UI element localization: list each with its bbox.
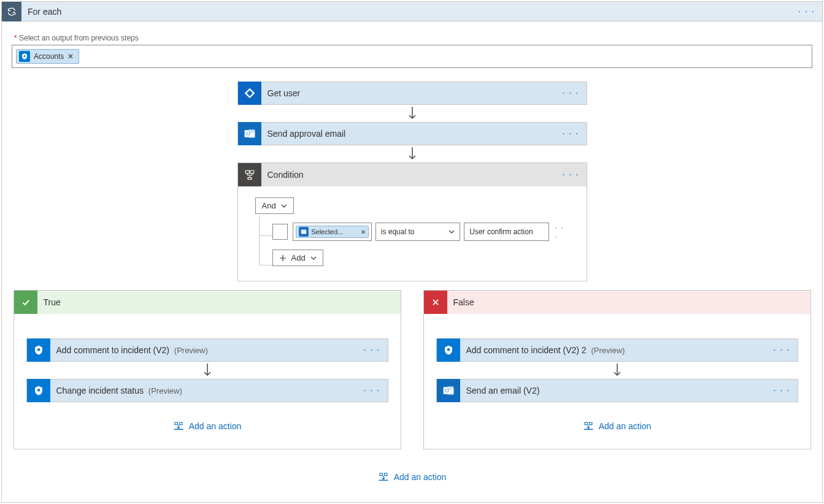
condition-row: Selected... ✕ is equal to User confirm a… [255, 223, 569, 241]
svg-rect-19 [583, 429, 593, 430]
pill-label: Accounts [34, 52, 64, 61]
svg-rect-5 [250, 170, 253, 174]
svg-rect-12 [174, 429, 183, 430]
accounts-pill[interactable]: Accounts ✕ [16, 49, 79, 64]
svg-rect-4 [245, 170, 249, 174]
sentinel-icon [437, 338, 460, 362]
for-each-title: For each [21, 7, 798, 17]
remove-icon[interactable]: ✕ [67, 52, 74, 61]
add-action-label: Add an action [189, 421, 242, 431]
svg-text:O: O [445, 388, 449, 394]
true-branch-header[interactable]: True [14, 291, 401, 314]
svg-rect-11 [179, 422, 182, 425]
sentinel-icon [27, 338, 50, 362]
more-icon[interactable]: · · · [562, 169, 579, 180]
operator-label: is equal to [381, 227, 415, 236]
condition-icon [238, 163, 261, 186]
more-icon[interactable]: · · · [798, 6, 815, 17]
svg-point-8 [37, 348, 40, 351]
group-op-label: And [262, 201, 276, 210]
more-icon[interactable]: · · · [363, 385, 380, 396]
bottom-add-container: Add an action [378, 472, 447, 483]
svg-rect-17 [585, 422, 588, 425]
send-approval-title: Send approval email [261, 129, 563, 139]
card-title: Add comment to incident (V2) 2 (Preview) [460, 345, 774, 355]
for-each-container: For each · · · Select an output from pre… [1, 1, 823, 503]
get-user-title: Get user [261, 88, 563, 98]
sentinel-icon [27, 379, 50, 402]
svg-rect-7 [301, 230, 306, 234]
tree-line [259, 229, 272, 265]
more-icon[interactable]: · · · [773, 345, 790, 356]
false-label: False [447, 297, 474, 307]
condition-header[interactable]: Condition · · · [238, 163, 587, 186]
add-action-label: Add an action [394, 472, 447, 482]
check-icon [14, 291, 37, 314]
condition-body: And Selected... ✕ [238, 186, 587, 281]
condition-left-operand[interactable]: Selected... ✕ [293, 223, 372, 241]
svg-rect-6 [248, 178, 252, 180]
false-branch-header[interactable]: False [424, 291, 811, 314]
insert-icon [378, 472, 389, 483]
more-icon[interactable]: · · · [363, 345, 380, 356]
send-email-card[interactable]: O Send an email (V2) · · · [436, 379, 798, 402]
card-title: Change incident status (Preview) [50, 386, 364, 395]
true-body: Add comment to incident (V2) (Preview) ·… [14, 314, 401, 449]
output-label: Select an output from previous steps [14, 34, 822, 42]
row-checkbox[interactable] [272, 224, 288, 240]
plus-icon [279, 254, 287, 262]
true-branch: True Add comment to incident (V2) (Previ… [13, 290, 401, 449]
false-branch: False Add comment to incident (V2) 2 (Pr… [423, 290, 811, 449]
svg-point-9 [37, 389, 40, 392]
x-icon [424, 291, 447, 314]
svg-point-13 [447, 348, 450, 351]
add-label: Add [291, 253, 306, 262]
chevron-down-icon [449, 229, 455, 235]
token-label: Selected... [311, 228, 358, 235]
insert-icon [583, 421, 594, 432]
card-title: Add comment to incident (V2) (Preview) [50, 345, 364, 355]
condition-value-input[interactable]: User confirm action [464, 223, 549, 241]
add-action-button[interactable]: Add an action [378, 472, 447, 483]
more-icon[interactable]: · · · [562, 128, 579, 139]
svg-rect-18 [589, 422, 592, 425]
remove-icon[interactable]: ✕ [361, 229, 366, 235]
group-operator-dropdown[interactable]: And [255, 197, 294, 214]
more-icon[interactable]: · · · [555, 223, 569, 241]
chevron-down-icon [310, 255, 317, 261]
add-action-button[interactable]: Add an action [583, 421, 652, 432]
outlook-icon: O [238, 122, 261, 145]
outlook-icon: O [437, 379, 460, 402]
loop-icon [2, 2, 21, 21]
arrow-connector [408, 145, 417, 162]
add-condition-button[interactable]: Add [272, 250, 323, 266]
change-status-card[interactable]: Change incident status (Preview) · · · [26, 379, 388, 402]
add-comment-card[interactable]: Add comment to incident (V2) (Preview) ·… [26, 338, 388, 362]
svg-rect-10 [175, 422, 178, 425]
svg-rect-21 [384, 473, 387, 476]
condition-title: Condition [261, 170, 563, 180]
get-user-card[interactable]: Get user · · · [237, 82, 587, 105]
outlook-icon [299, 227, 309, 237]
more-icon[interactable]: · · · [562, 88, 579, 99]
add-action-button[interactable]: Add an action [173, 421, 242, 432]
more-icon[interactable]: · · · [773, 385, 790, 396]
arrow-connector [203, 362, 212, 379]
arrow-connector [408, 105, 417, 122]
svg-rect-22 [379, 480, 388, 481]
flow-body: Get user · · · O Send approval email · ·… [2, 73, 822, 495]
svg-point-0 [24, 55, 26, 57]
card-title: Send an email (V2) [460, 386, 774, 395]
output-selector[interactable]: Accounts ✕ [12, 45, 812, 68]
send-approval-card[interactable]: O Send approval email · · · [237, 122, 587, 145]
for-each-header[interactable]: For each · · · [2, 2, 822, 21]
condition-branches: True Add comment to incident (V2) (Previ… [13, 290, 811, 449]
value-text: User confirm action [469, 227, 533, 236]
svg-rect-20 [380, 473, 383, 476]
false-body: Add comment to incident (V2) 2 (Preview)… [424, 314, 811, 449]
chevron-down-icon [281, 203, 287, 209]
true-label: True [37, 297, 61, 307]
add-comment-2-card[interactable]: Add comment to incident (V2) 2 (Preview)… [436, 338, 798, 362]
arrow-connector [613, 362, 622, 379]
operator-dropdown[interactable]: is equal to [375, 223, 461, 241]
